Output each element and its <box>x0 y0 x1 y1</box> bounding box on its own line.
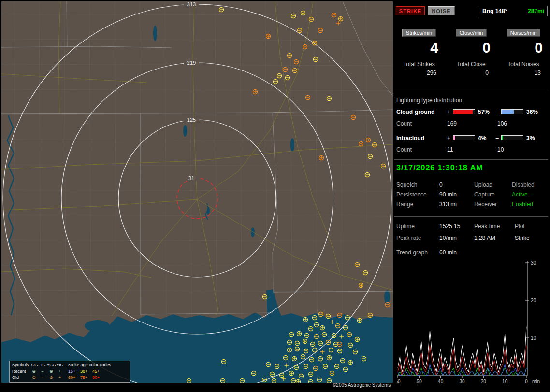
close-per-min-value: 0 <box>446 40 496 56</box>
ring-label: 31 <box>188 175 194 181</box>
cg-plus-pct: 57% <box>478 109 490 115</box>
strike-button[interactable]: STRIKE <box>396 6 425 15</box>
cloud-ground-row: Cloud-ground + 57% − 36% <box>393 109 550 116</box>
legend-age-row: 60+75+90+ <box>68 375 111 381</box>
copyright-text: ©2005 Astrogenic Systems <box>333 382 391 388</box>
separator <box>394 216 548 217</box>
legend-strike-glyph: ⊕ <box>47 368 56 375</box>
upload-value: Disabled <box>512 182 535 188</box>
legend-column-header: -CG <box>29 362 38 368</box>
receiver-label: Receiver <box>474 201 497 208</box>
persistence-value: 90 min <box>439 191 457 198</box>
count-label: Count <box>396 146 412 153</box>
legend-symbol-row: Old⊖−⊕+ <box>12 375 64 381</box>
clock-display: 3/17/2026 1:30:18 AM <box>396 164 483 172</box>
cg-plus-count: 169 <box>447 120 457 127</box>
distribution-title: Lightning type distribution <box>396 97 462 104</box>
strikes-per-min-button[interactable]: Strikes/min <box>402 29 436 37</box>
noises-per-min-value: 0 <box>498 40 549 56</box>
legend-row-label: Recent <box>12 368 29 375</box>
total-strikes-value: 296 <box>394 70 444 76</box>
minus-sign: − <box>495 135 499 141</box>
legend-symbols-title: Symbols <box>12 362 29 368</box>
legend-age-title: Strike age color codes <box>68 362 111 368</box>
total-close-value: 0 <box>446 70 496 76</box>
legend-age-code: 30+ <box>80 368 92 375</box>
strikes-per-min-value: 4 <box>394 40 444 56</box>
cloud-ground-label: Cloud-ground <box>396 109 434 115</box>
close-per-min-button[interactable]: Close/min <box>456 29 487 37</box>
intracloud-row: Intracloud + 4% − 3% <box>393 135 550 142</box>
ring-label: 313 <box>187 1 196 7</box>
legend-strike-glyph: ⊖ <box>29 368 38 375</box>
peak-time-label: Peak time <box>474 223 500 230</box>
noises-per-min-button[interactable]: Noises/min <box>507 29 540 37</box>
x-tick-label: 40 <box>438 379 444 384</box>
total-close-label: Total Close <box>446 61 496 68</box>
cg-minus-bar <box>501 109 523 114</box>
plot-value: Strike <box>515 235 530 241</box>
status-row: Range 313 mi Receiver Enabled <box>393 201 550 210</box>
peak-time-value: 1:28 AM <box>474 235 495 241</box>
lightning-map[interactable]: 31321912531 <box>1 1 393 383</box>
bearing-distance: 287mi <box>528 8 544 14</box>
bearing-display: Bng 148° 287mi <box>479 6 548 16</box>
x-tick-label: 30 <box>459 379 465 384</box>
plus-sign: + <box>447 135 450 141</box>
x-tick-label: 10 <box>502 379 508 384</box>
x-axis-unit: min <box>532 379 540 384</box>
legend-age-code: 60+ <box>68 375 80 381</box>
uptime-value: 1525:15 <box>439 223 460 230</box>
y-tick-label: 30 <box>531 260 536 266</box>
separator <box>394 92 548 92</box>
legend-age-code: 15+ <box>68 368 80 375</box>
minus-sign: − <box>495 109 499 115</box>
ic-plus-pct: 4% <box>478 135 486 141</box>
range-label: Range <box>396 201 413 208</box>
trend-series-strikes <box>398 327 526 372</box>
plus-sign: + <box>447 109 450 115</box>
stats-row: Uptime 1525:15 Peak time Plot <box>393 223 550 232</box>
count-label: Count <box>396 120 412 127</box>
legend-strike-glyph: ⊕ <box>47 375 56 381</box>
noise-button[interactable]: NOISE <box>428 6 455 15</box>
cloud-ground-count-row: Count 169 106 <box>393 120 550 128</box>
status-row: Persistence 90 min Capture Active <box>393 191 550 200</box>
cg-minus-count: 106 <box>497 120 507 127</box>
legend-symbol-row: Recent⊖−⊕+ <box>12 368 64 375</box>
legend-age-code: 75+ <box>80 375 92 381</box>
y-tick-label: 10 <box>531 336 536 341</box>
ring-label: 219 <box>187 60 196 66</box>
persistence-label: Persistence <box>396 191 427 198</box>
trend-graph-range: 60 min <box>439 249 457 256</box>
x-tick-label: 0 <box>525 379 528 384</box>
legend-strike-glyph: + <box>56 375 64 381</box>
cg-minus-pct: 36% <box>526 109 538 115</box>
capture-label: Capture <box>474 191 495 198</box>
ic-minus-bar <box>501 135 523 140</box>
legend-row-label: Old <box>12 375 29 381</box>
total-strikes-label: Total Strikes <box>394 61 444 68</box>
peak-rate-label: Peak rate <box>396 235 421 241</box>
legend-age-code: 45+ <box>92 368 104 375</box>
x-tick-label: 20 <box>481 379 487 384</box>
noises-rate-column: Noises/min 0 Total Noises 13 <box>498 29 549 76</box>
legend-strike-glyph: ⊖ <box>29 375 38 381</box>
close-rate-column: Close/min 0 Total Close 0 <box>446 29 496 76</box>
cg-plus-bar <box>453 109 475 114</box>
nexstorm-window: 31321912531 Symbols -CG-IC+CG+IC Recent⊖… <box>0 0 550 392</box>
ic-minus-pct: 3% <box>526 135 535 141</box>
upload-label: Upload <box>474 182 492 188</box>
stats-row: Peak rate 10/min 1:28 AM Strike <box>393 235 550 243</box>
strikes-rate-column: Strikes/min 4 Total Strikes 296 <box>394 29 444 76</box>
legend-age-code: 90+ <box>92 375 104 381</box>
legend-column-header: +IC <box>56 362 64 368</box>
plot-label: Plot <box>515 223 525 230</box>
legend-age-row: 15+30+45+ <box>68 368 111 375</box>
total-noises-label: Total Noises <box>498 61 549 68</box>
map-area: 31321912531 Symbols -CG-IC+CG+IC Recent⊖… <box>1 1 393 392</box>
ic-plus-count: 11 <box>447 146 453 153</box>
legend-column-header: -IC <box>38 362 47 368</box>
x-tick-label: 60 <box>397 379 401 384</box>
total-noises-value: 13 <box>498 70 549 76</box>
